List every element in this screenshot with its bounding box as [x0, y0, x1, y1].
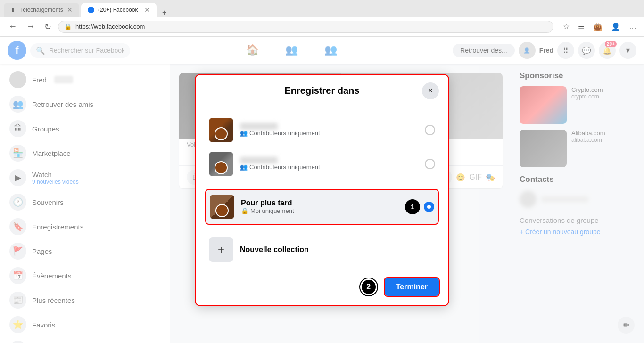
collection-privacy-1: 👥 Contributeurs uniquement [240, 130, 418, 137]
collection-name-1 [240, 123, 278, 130]
collection-item-1[interactable]: 👥 Contributeurs uniquement [205, 113, 439, 147]
users-icon-2: 👥 [240, 163, 248, 171]
wallet-icon[interactable]: 👜 [591, 20, 604, 33]
new-collection-button[interactable]: + Nouvelle collection [205, 233, 439, 267]
tab-label-fb: (20+) Facebook [98, 7, 138, 13]
plus-icon: + [209, 237, 233, 262]
save-modal: Enregistrer dans × 👥 Contributeurs uniqu… [195, 74, 449, 306]
modal-body: 👥 Contributeurs uniquement 👥 [196, 107, 448, 272]
lock-icon-pour-tard: 🔒 [241, 207, 248, 214]
step-badge-1: 1 [405, 199, 420, 214]
modal-divider-2 [205, 229, 439, 229]
collection-info-2: 👥 Contributeurs uniquement [240, 157, 418, 171]
refresh-button[interactable]: ↻ [41, 20, 54, 34]
modal-header: Enregistrer dans × [196, 75, 448, 107]
privacy-label-2: Contributeurs uniquement [249, 163, 320, 171]
confirm-button[interactable]: Terminer [385, 278, 439, 296]
address-bar[interactable]: 🔒 https://web.facebook.com [58, 21, 553, 33]
radio-btn-1[interactable] [425, 125, 435, 135]
modal-title: Enregistrer dans [222, 85, 422, 96]
tab-facebook[interactable]: f (20+) Facebook ✕ [81, 3, 157, 17]
modal-divider-1 [205, 185, 439, 185]
lock-icon: 🔒 [64, 23, 72, 30]
collection-item-2[interactable]: 👥 Contributeurs uniquement [205, 147, 439, 181]
reading-view-icon[interactable]: ☰ [576, 20, 586, 33]
bookmark-icon[interactable]: ☆ [561, 20, 571, 33]
collection-privacy-2: 👥 Contributeurs uniquement [240, 163, 418, 171]
collection-info-1: 👥 Contributeurs uniquement [240, 123, 418, 137]
tab-label: Téléchargements [19, 7, 63, 13]
fb-favicon: f [88, 7, 94, 13]
collection-thumb-pour-tard [210, 195, 234, 219]
privacy-label-pour-tard: Moi uniquement [250, 207, 294, 214]
nav-icons: ☆ ☰ 👜 👤 … [561, 20, 638, 33]
profile-icon[interactable]: 👤 [609, 20, 622, 33]
collection-name-2 [240, 157, 278, 163]
pour-tard-controls: 1 [405, 199, 434, 214]
tab-bar: ⬇ Téléchargements ✕ f (20+) Facebook ✕ + [0, 0, 644, 17]
collection-thumb-2 [209, 152, 233, 176]
modal-overlay: Enregistrer dans × 👥 Contributeurs uniqu… [0, 37, 644, 343]
tab-close-downloads[interactable]: ✕ [67, 6, 73, 14]
new-collection-label: Nouvelle collection [240, 245, 309, 254]
modal-footer: 2 Terminer [196, 272, 448, 305]
new-tab-button[interactable]: + [158, 8, 170, 17]
forward-button[interactable]: → [24, 20, 38, 33]
nav-bar: ← → ↻ 🔒 https://web.facebook.com ☆ ☰ 👜 👤… [0, 17, 644, 37]
tab-close-fb[interactable]: ✕ [144, 6, 150, 14]
browser-chrome: ⬇ Téléchargements ✕ f (20+) Facebook ✕ +… [0, 0, 644, 37]
collection-info-pour-tard: Pour plus tard 🔒 Moi uniquement [241, 199, 398, 214]
back-button[interactable]: ← [6, 20, 20, 33]
step-badge-2: 2 [360, 278, 377, 295]
url-display: https://web.facebook.com [75, 23, 547, 30]
privacy-label-1: Contributeurs uniquement [249, 130, 320, 137]
tab-downloads[interactable]: ⬇ Téléchargements ✕ [4, 3, 79, 17]
modal-close-button[interactable]: × [422, 82, 439, 99]
collection-item-pour-tard[interactable]: Pour plus tard 🔒 Moi uniquement 1 [205, 189, 439, 225]
radio-btn-pour-tard[interactable] [424, 202, 434, 212]
collection-privacy-pour-tard: 🔒 Moi uniquement [241, 207, 398, 214]
collection-name-pour-tard: Pour plus tard [241, 199, 398, 207]
users-icon-1: 👥 [240, 130, 248, 137]
radio-btn-2[interactable] [425, 159, 435, 169]
download-icon: ⬇ [10, 7, 16, 14]
menu-icon[interactable]: … [627, 20, 638, 33]
collection-thumb-1 [209, 118, 233, 142]
